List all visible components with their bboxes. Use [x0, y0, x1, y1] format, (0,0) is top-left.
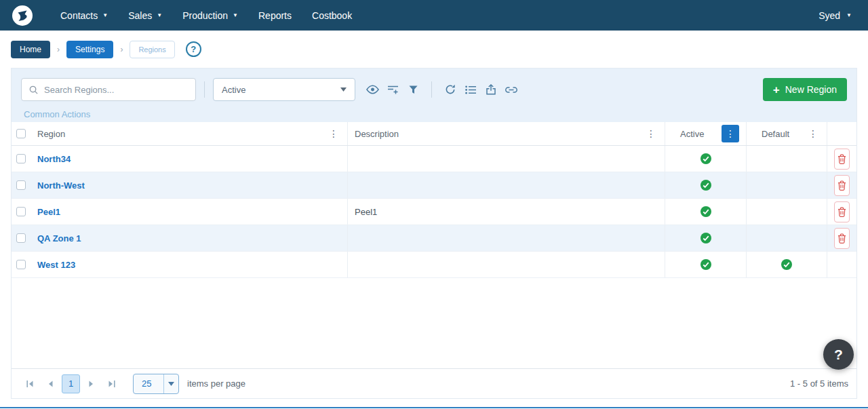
search-icon [28, 85, 39, 95]
breadcrumb-separator-icon: › [120, 45, 123, 54]
default-cell [746, 199, 827, 225]
new-region-label: New Region [785, 84, 837, 95]
nav-item-reports[interactable]: Reports [248, 5, 302, 26]
new-region-button[interactable]: + New Region [763, 78, 847, 101]
user-name: Syed [818, 10, 840, 21]
column-label: Default [762, 129, 789, 139]
floating-help-button[interactable]: ? [823, 339, 854, 370]
check-circle-icon [701, 233, 711, 244]
nav-items: Contacts▼Sales▼Production▼ReportsCostboo… [50, 5, 812, 26]
delete-row-button[interactable] [834, 228, 850, 249]
row-checkbox-cell [12, 199, 31, 225]
visibility-icon[interactable] [362, 79, 382, 100]
next-page-button[interactable] [81, 374, 102, 394]
delete-row-button[interactable] [834, 175, 850, 196]
active-cell [665, 199, 746, 225]
chevron-down-icon: ▼ [157, 12, 162, 18]
column-menu-active-icon[interactable]: ⋮ [722, 125, 739, 142]
export-icon[interactable] [481, 79, 501, 100]
nav-item-contacts[interactable]: Contacts▼ [50, 5, 118, 26]
view-tools [362, 79, 423, 100]
pagination-bar: 1 25 items per page 1 - 5 of 5 items [12, 368, 856, 398]
column-label: Description [355, 129, 399, 139]
help-icon[interactable]: ? [186, 41, 201, 57]
row-checkbox-cell [12, 252, 31, 277]
nav-item-costbook[interactable]: Costbook [302, 5, 362, 26]
nav-item-label: Contacts [60, 10, 98, 21]
column-label: Active [680, 129, 704, 139]
region-link[interactable]: North34 [37, 154, 71, 164]
region-cell: North-West [31, 172, 347, 198]
actions-cell [827, 225, 856, 251]
current-page-button[interactable]: 1 [62, 374, 80, 393]
region-cell: West 123 [31, 252, 347, 277]
select-all-checkbox[interactable] [16, 129, 26, 138]
table-row: North34 [12, 146, 856, 172]
row-checkbox[interactable] [16, 260, 26, 269]
action-tools [440, 79, 521, 100]
table-header: Region ⋮ Description ⋮ Active ⋮ Default … [12, 122, 856, 146]
status-filter-value: Active [222, 85, 245, 95]
nav-item-production[interactable]: Production▼ [172, 5, 248, 26]
user-menu[interactable]: Syed ▼ [812, 5, 859, 26]
toolbar-area: Active [12, 69, 856, 122]
region-link[interactable]: QA Zone 1 [37, 233, 81, 244]
nav-item-label: Production [182, 10, 228, 21]
chevron-down-icon: ▼ [233, 12, 238, 18]
actions-cell [827, 172, 856, 198]
breadcrumb-separator-icon: › [57, 45, 60, 54]
default-cell [746, 225, 827, 251]
actions-cell [827, 252, 856, 277]
delete-row-button[interactable] [834, 201, 850, 222]
table-row: Peel1Peel1 [12, 199, 856, 225]
breadcrumb-home[interactable]: Home [11, 41, 50, 58]
column-menu-icon[interactable]: ⋮ [644, 128, 658, 139]
row-checkbox[interactable] [16, 180, 26, 190]
bottom-edge-line [0, 407, 868, 408]
region-link[interactable]: North-West [37, 180, 85, 191]
description-cell [347, 146, 665, 172]
breadcrumb-settings[interactable]: Settings [66, 41, 113, 58]
row-checkbox[interactable] [16, 233, 26, 243]
column-header-actions [827, 122, 856, 145]
active-cell [665, 252, 746, 277]
status-filter-select[interactable]: Active [213, 78, 355, 101]
description-cell [347, 172, 665, 198]
filter-icon[interactable] [403, 79, 423, 100]
column-header-default: Default ⋮ [746, 122, 827, 145]
check-circle-icon [701, 153, 711, 164]
search-input[interactable] [44, 85, 189, 95]
list-view-icon[interactable] [460, 79, 481, 100]
page-size-select[interactable]: 25 [133, 374, 179, 394]
description-cell [347, 225, 665, 251]
table-row: QA Zone 1 [12, 225, 856, 252]
breadcrumb-regions[interactable]: Regions [130, 41, 174, 58]
search-box [21, 78, 196, 101]
column-header-region: Region ⋮ [31, 122, 347, 145]
link-icon[interactable] [501, 79, 521, 100]
region-link[interactable]: West 123 [37, 260, 75, 270]
common-actions-link[interactable]: Common Actions [24, 109, 847, 119]
region-cell: Peel1 [31, 199, 347, 225]
items-per-page-label: items per page [187, 378, 245, 389]
column-menu-icon[interactable]: ⋮ [327, 128, 340, 139]
default-cell [746, 172, 827, 198]
header-checkbox-cell [12, 122, 31, 145]
delete-row-button[interactable] [834, 149, 850, 170]
column-menu-icon[interactable]: ⋮ [806, 128, 820, 139]
refresh-icon[interactable] [440, 79, 460, 100]
check-circle-icon [781, 259, 792, 270]
row-checkbox-cell [12, 225, 31, 251]
plus-icon: + [773, 84, 780, 96]
app-logo[interactable] [12, 5, 33, 26]
row-checkbox[interactable] [16, 154, 26, 163]
table-row: North-West [12, 172, 856, 199]
active-cell [665, 172, 746, 198]
region-link[interactable]: Peel1 [37, 207, 60, 217]
first-page-button[interactable] [20, 374, 40, 394]
column-chooser-icon[interactable] [382, 79, 403, 100]
previous-page-button[interactable] [40, 374, 60, 394]
row-checkbox[interactable] [16, 207, 26, 216]
nav-item-sales[interactable]: Sales▼ [118, 5, 172, 26]
last-page-button[interactable] [102, 374, 122, 394]
